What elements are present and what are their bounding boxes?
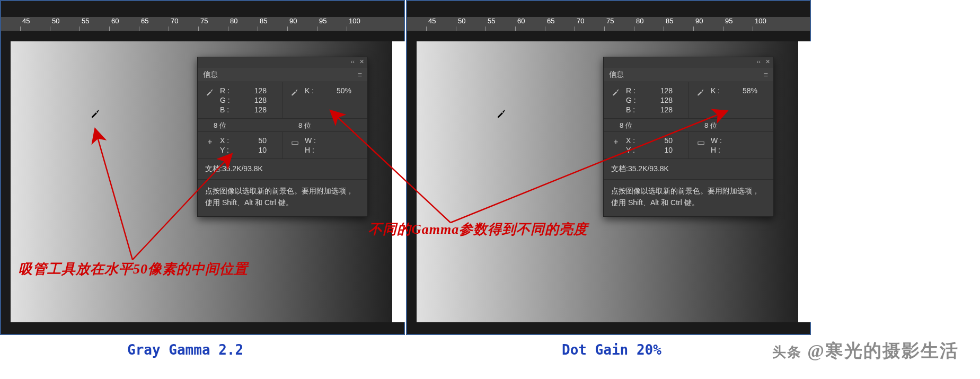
k-readout: K :58%	[688, 82, 773, 118]
bits-left: 8 位	[198, 119, 282, 131]
close-icon[interactable]: ✕	[359, 58, 364, 65]
bits-left: 8 位	[604, 119, 688, 131]
crop-icon: ▭	[289, 136, 301, 147]
crosshair-icon: +	[204, 136, 216, 147]
value-g: 128	[649, 96, 673, 104]
collapse-icon[interactable]: ‹‹	[757, 58, 761, 65]
rgb-readout: R :128 G :128 B :128	[604, 82, 688, 118]
ruler-tick: 55	[485, 17, 515, 31]
info-rgb-k-row: R :128 G :128 B :128 K :50%	[198, 82, 367, 119]
crop-icon: ▭	[695, 136, 707, 147]
ruler-tick: 70	[575, 17, 604, 31]
ruler-tick: 55	[80, 17, 109, 31]
bits-row: 8 位 8 位	[604, 119, 773, 132]
panel-tab-info[interactable]: 信息 ≡	[604, 68, 773, 82]
xy-readout: + X :50 Y :10	[198, 132, 282, 158]
ruler-tick: 85	[258, 17, 287, 31]
hint-text: 点按图像以选取新的前景色。要用附加选项，使用 Shift、Alt 和 Ctrl …	[604, 180, 773, 216]
ruler-tick: 100	[753, 17, 782, 31]
wh-readout: ▭ W : H :	[282, 132, 367, 158]
caption-left: Gray Gamma 2.2	[127, 342, 243, 358]
caption-right: Dot Gain 20%	[562, 342, 661, 358]
watermark: 头条 @寒光的摄影生活	[772, 339, 959, 363]
eyedropper-icon	[289, 86, 301, 98]
k-readout: K :50%	[282, 82, 367, 118]
rgb-readout: R :128 G :128 B :128	[198, 82, 282, 118]
ruler-horizontal: 404550556065707580859095100	[1, 17, 404, 31]
eyedropper-icon	[204, 86, 216, 98]
ruler-tick: 80	[228, 17, 258, 31]
value-r: 128	[243, 86, 267, 95]
bits-row: 8 位 8 位	[198, 119, 367, 132]
panel-titlebar[interactable]: ‹‹ ✕	[198, 57, 367, 68]
xy-readout: + X :50 Y :10	[604, 132, 688, 158]
ruler-tick: 90	[693, 17, 723, 31]
ruler-tick: 50	[50, 17, 80, 31]
ruler-tick: 60	[109, 17, 139, 31]
ruler-tick: 75	[198, 17, 228, 31]
value-k: 58%	[734, 86, 757, 95]
info-xy-wh-row: + X :50 Y :10 ▭ W : H :	[604, 132, 773, 159]
value-w	[328, 136, 351, 145]
value-x: 50	[649, 136, 673, 145]
eyedropper-icon	[695, 86, 707, 98]
hint-text: 点按图像以选取新的前景色。要用附加选项，使用 Shift、Alt 和 Ctrl …	[198, 180, 367, 216]
ruler-tick: 60	[515, 17, 545, 31]
ruler-tick: 80	[634, 17, 664, 31]
ruler-tick: 95	[723, 17, 753, 31]
panel-title: 信息	[203, 70, 218, 80]
close-icon[interactable]: ✕	[765, 58, 770, 65]
collapse-icon[interactable]: ‹‹	[351, 58, 355, 65]
watermark-prefix: 头条	[772, 345, 802, 360]
value-x: 50	[243, 136, 267, 145]
doc-size: 文档:35.2K/93.8K	[198, 159, 367, 180]
panel-titlebar[interactable]: ‹‹ ✕	[604, 57, 773, 68]
ruler-tick: 40	[1, 17, 20, 31]
annotation-gamma: 不同的Gamma参数得到不同的亮度	[368, 220, 588, 239]
ruler-tick: 90	[287, 17, 317, 31]
ruler-tick: 100	[347, 17, 376, 31]
eyedropper-icon	[610, 86, 622, 98]
crosshair-icon: +	[610, 136, 622, 147]
bits-right: 8 位	[688, 119, 773, 131]
editor-left-pane: 404550556065707580859095100 ‹‹ ✕ 信息 ≡ R …	[0, 0, 405, 335]
wh-readout: ▭ W : H :	[688, 132, 773, 158]
value-b: 128	[649, 105, 673, 114]
editor-right-pane: 404550556065707580859095100 ‹‹ ✕ 信息 ≡ R …	[406, 0, 811, 335]
ruler-tick: 45	[426, 17, 456, 31]
eyedropper-cursor-icon	[496, 108, 507, 118]
annotation-eyedropper: 吸管工具放在水平50像素的中间位置	[19, 260, 248, 278]
ruler-tick: 65	[139, 17, 169, 31]
panel-menu-icon[interactable]: ≡	[358, 70, 362, 79]
ruler-tick: 45	[20, 17, 50, 31]
value-g: 128	[243, 96, 267, 104]
info-rgb-k-row: R :128 G :128 B :128 K :58%	[604, 82, 773, 119]
value-w	[734, 136, 757, 145]
panel-menu-icon[interactable]: ≡	[764, 70, 768, 79]
panel-tab-info[interactable]: 信息 ≡	[198, 68, 367, 82]
value-r: 128	[649, 86, 673, 95]
ruler-tick: 70	[169, 17, 198, 31]
ruler-tick: 65	[545, 17, 575, 31]
value-y: 10	[649, 146, 673, 154]
ruler-tick: 95	[317, 17, 347, 31]
doc-size: 文档:35.2K/93.8K	[604, 159, 773, 180]
watermark-text: @寒光的摄影生活	[807, 341, 959, 360]
ruler-tick: 50	[456, 17, 485, 31]
ruler-tick: 85	[664, 17, 693, 31]
info-panel: ‹‹ ✕ 信息 ≡ R :128 G :128 B :128	[197, 57, 368, 217]
value-y: 10	[243, 146, 267, 154]
info-panel: ‹‹ ✕ 信息 ≡ R :128 G :128 B :128	[603, 57, 774, 217]
value-k: 50%	[328, 86, 351, 95]
value-h	[734, 146, 757, 154]
ruler-tick: 40	[407, 17, 426, 31]
eyedropper-cursor-icon	[90, 108, 101, 118]
ruler-tick: 75	[604, 17, 634, 31]
value-b: 128	[243, 105, 267, 114]
bits-right: 8 位	[282, 119, 367, 131]
panel-title: 信息	[609, 70, 624, 80]
value-h	[328, 146, 351, 154]
ruler-horizontal: 404550556065707580859095100	[407, 17, 810, 31]
info-xy-wh-row: + X :50 Y :10 ▭ W : H :	[198, 132, 367, 159]
